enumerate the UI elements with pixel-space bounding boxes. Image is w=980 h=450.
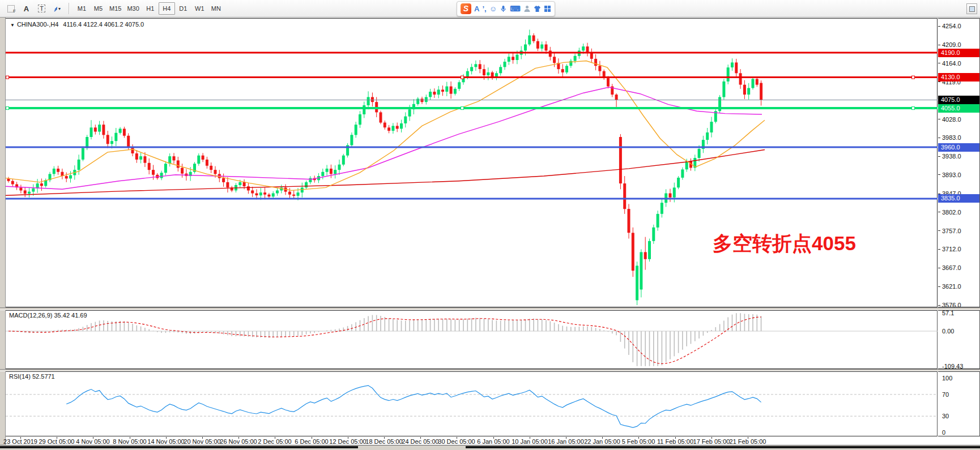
ma-slow-magenta	[6, 87, 762, 189]
horizontal-scrollbar[interactable]	[0, 445, 980, 450]
axis-tick	[938, 305, 940, 306]
price-tick-label: 4254.0	[942, 23, 961, 29]
toolbar: FAT▾ M1M5M15M30H1H4D1W1MN SA’,☺⌨	[0, 0, 980, 18]
timeframe-mn-button[interactable]: MN	[208, 2, 224, 15]
axis-tick	[938, 212, 940, 212]
arrow-objects-tool-button[interactable]: ▾	[49, 2, 65, 15]
timeframe-m5-button[interactable]: M5	[90, 2, 106, 15]
time-axis[interactable]: 23 Oct 201929 Oct 05:004 Nov 05:008 Nov …	[6, 437, 980, 445]
price-tick-label: 4028.0	[942, 116, 961, 123]
rsi-axis-label: 100	[942, 375, 952, 382]
axis-tick	[938, 45, 940, 45]
price-badge: 4190.0	[938, 49, 979, 57]
date-label: 16 Jan 05:00	[548, 438, 584, 445]
rsi-panel: RSI(14) 52.5771	[6, 371, 938, 436]
axis-tick	[938, 138, 940, 138]
axis-tick	[938, 119, 940, 119]
line-handle	[912, 107, 915, 110]
pivot-line-4055[interactable]	[6, 107, 938, 110]
timeframe-m1-button[interactable]: M1	[74, 2, 90, 15]
date-label: 29 Oct 05:00	[39, 438, 75, 445]
macd-label: MACD(12,26,9) 35.42 41.69	[9, 312, 87, 319]
timeframe-m15-button[interactable]: M15	[106, 2, 124, 15]
axis-tick	[938, 156, 940, 157]
chart-annotation-text[interactable]: 多空转折点4055	[713, 230, 856, 257]
timeframe-h4-button[interactable]: H4	[159, 2, 175, 15]
price-tick-label: 3802.0	[942, 209, 961, 216]
macd-signal-value: 41.69	[71, 312, 87, 319]
ime-emoji-icon[interactable]: ☺	[489, 5, 497, 12]
text-tool-button[interactable]: A	[19, 2, 34, 15]
ime-voice-icon[interactable]	[500, 5, 507, 12]
scrollbar-segment[interactable]	[0, 446, 358, 448]
ime-language-icon[interactable]: A	[474, 5, 479, 12]
price-tick-label: 3712.0	[942, 246, 961, 252]
price-badge: 4075.0	[938, 96, 979, 104]
chart-dropdown-caret[interactable]: ▼	[10, 23, 15, 28]
axis-tick	[938, 82, 940, 82]
label-icon: T	[38, 5, 45, 12]
line-handle	[912, 76, 915, 79]
price-badge: 3960.0	[938, 143, 979, 152]
macd-plot[interactable]	[6, 311, 938, 368]
price-tick-label: 3893.0	[942, 172, 961, 178]
axis-tick	[938, 249, 940, 250]
sogou-logo-icon[interactable]: S	[461, 3, 471, 14]
macd-axis-label: 0.00	[942, 328, 954, 335]
price-tick-label: 3983.0	[942, 134, 961, 141]
line-handle	[461, 76, 464, 79]
ime-toolbox-icon[interactable]	[544, 5, 551, 12]
snap-grid-tool-button[interactable]: F	[3, 2, 19, 15]
date-label: 12 Dec 05:00	[329, 438, 366, 445]
price-tick-label: 3621.0	[942, 283, 961, 290]
overflow-icon	[969, 6, 975, 12]
date-label: 23 Oct 2019	[3, 438, 37, 445]
date-label: 8 Nov 05:00	[113, 438, 146, 445]
price-tick-label: 3938.0	[942, 153, 961, 160]
price-badge: 4130.0	[938, 73, 979, 82]
resistance-line-4130[interactable]	[6, 76, 938, 79]
rsi-plot[interactable]	[6, 372, 938, 436]
line-handle	[6, 107, 9, 110]
price-tick-label: 3667.0	[942, 264, 961, 271]
date-label: 24 Dec 05:00	[402, 438, 438, 445]
ime-punctuation-icon[interactable]: ’,	[482, 5, 486, 12]
mt4-window: FAT▾ M1M5M15M30H1H4D1W1MN SA’,☺⌨ ▼CHINA3…	[0, 0, 980, 450]
ime-skin-icon[interactable]	[534, 5, 541, 12]
ime-keyboard-icon[interactable]: ⌨	[510, 5, 521, 12]
date-label: 2 Dec 05:00	[258, 438, 291, 445]
candles	[7, 29, 763, 305]
timeframe-d1-button[interactable]: D1	[175, 2, 191, 15]
text-label-tool-button[interactable]: T	[34, 2, 49, 15]
line-handle	[461, 107, 464, 110]
candlestick-chart-surface[interactable]	[6, 19, 938, 307]
macd-panel: MACD(12,26,9) 35.42 41.69	[6, 310, 938, 369]
rsi-axis[interactable]: 10070300	[938, 371, 980, 436]
price-badge: 4055.0	[938, 104, 979, 113]
axis-tick	[938, 26, 940, 27]
axis-tick	[938, 286, 940, 287]
toolbar-overflow-button[interactable]	[966, 3, 977, 14]
axis-tick	[938, 268, 940, 268]
timeframe-m30-button[interactable]: M30	[124, 2, 142, 15]
text-icon: A	[24, 5, 29, 13]
chart-title: ▼CHINA300-,H44116.4 4122.4 4061.2 4075.0	[10, 21, 144, 28]
price-axis[interactable]: 4254.04209.04164.04119.04028.03983.03938…	[938, 18, 980, 307]
timeframe-h1-button[interactable]: H1	[142, 2, 159, 15]
rsi-axis-label: 0	[942, 429, 945, 436]
symbol-label: CHINA300-,H4	[17, 21, 58, 28]
date-label: 5 Feb 05:00	[622, 438, 655, 445]
macd-axis[interactable]: 57.10.00-109.43	[938, 310, 980, 369]
date-label: 26 Nov 05:00	[220, 438, 257, 445]
date-label: 6 Dec 05:00	[295, 438, 328, 445]
line-handle	[6, 76, 9, 79]
date-label: 14 Nov 05:00	[147, 438, 184, 445]
timeframe-w1-button[interactable]: W1	[191, 2, 208, 15]
ime-account-icon[interactable]	[523, 5, 531, 12]
main-chart-panel: ▼CHINA300-,H44116.4 4122.4 4061.2 4075.0…	[6, 18, 938, 307]
scrollbar-segment[interactable]	[466, 446, 980, 448]
rsi-axis-label: 70	[942, 391, 949, 398]
drawing-tools-group: FAT▾	[3, 0, 65, 17]
date-label: 17 Feb 05:00	[693, 438, 730, 445]
rsi-value: 52.5771	[32, 373, 55, 380]
